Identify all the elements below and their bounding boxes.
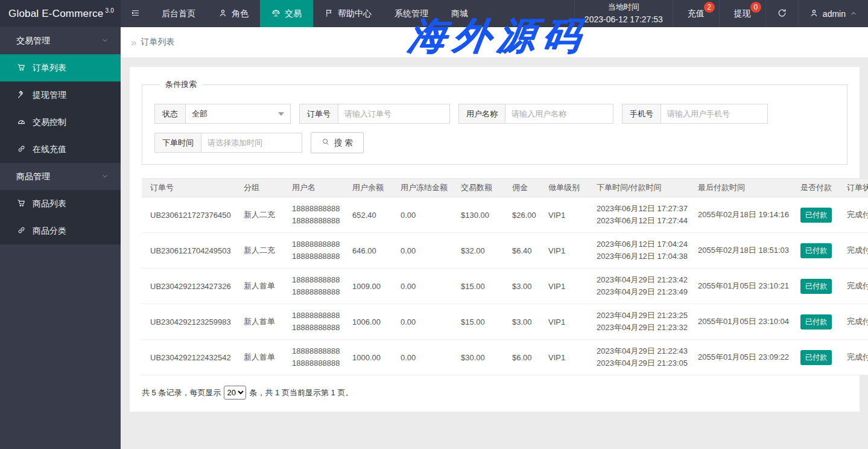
sidebar-item-online-recharge[interactable]: 在线充值 <box>0 136 121 163</box>
search-row-1: 状态 全部 订单号 用户名称 手机号 <box>154 104 835 124</box>
cell-status: 完成付款 <box>838 233 868 269</box>
nav-item-label: 后台首页 <box>162 8 195 19</box>
cell-last-pay-time: 2055年01月05日 23:10:04 <box>689 304 792 340</box>
username-field: 用户名称 <box>458 104 613 124</box>
col-frozen: 用户冻结金额 <box>392 179 452 197</box>
col-username: 用户名 <box>284 179 344 197</box>
orders-table: 订单号 分组 用户名 用户余额 用户冻结金额 交易数额 佣金 做单级别 下单时间… <box>142 178 868 375</box>
cell-balance: 1000.00 <box>344 340 392 375</box>
sidebar-group-trade-management[interactable]: 交易管理 <box>0 27 121 54</box>
cell-level: VIP1 <box>540 233 588 269</box>
cell-status: 完成付款 <box>838 269 868 304</box>
flag-icon <box>325 8 334 19</box>
table-row: UB2304292122432542 新人首单 18888888888 1888… <box>142 340 868 375</box>
sidebar-item-withdraw-management[interactable]: 提现管理 <box>0 81 121 109</box>
admin-menu[interactable]: admin <box>798 0 868 27</box>
content-panel: 条件搜索 状态 全部 订单号 用户名称 手 <box>130 67 860 412</box>
gauge-icon <box>17 117 26 128</box>
order-time-input[interactable] <box>201 133 302 153</box>
paid-badge: 已付款 <box>800 279 832 294</box>
sidebar-toggle-button[interactable] <box>121 0 150 27</box>
order-no-label: 订单号 <box>299 104 338 124</box>
cell-order-no: UB2306121704249503 <box>142 233 235 269</box>
nav-item-help[interactable]: 帮助中心 <box>313 0 383 27</box>
withdraw-button[interactable]: 提现 0 <box>719 0 765 27</box>
order-no-input[interactable] <box>338 104 450 124</box>
cell-paid: 已付款 <box>792 233 838 269</box>
col-order-no: 订单号 <box>142 179 235 197</box>
paid-badge: 已付款 <box>800 350 832 365</box>
phone-field: 手机号 <box>622 104 768 124</box>
cell-order-pay-time: 2023年04月29日 21:22:43 2023年04月29日 21:23:0… <box>588 340 689 375</box>
nav-item-label: 交易 <box>285 8 302 19</box>
sidebar-item-product-list[interactable]: 商品列表 <box>0 190 121 217</box>
scales-icon <box>271 8 280 19</box>
sidebar-item-order-list[interactable]: 订单列表 <box>0 54 121 81</box>
user-icon <box>218 8 227 19</box>
nav-item-system[interactable]: 系统管理 <box>383 0 440 27</box>
cell-status: 完成付款 <box>838 340 868 375</box>
sidebar-item-product-category[interactable]: 商品分类 <box>0 217 121 244</box>
cell-status: 完成付款 <box>838 304 868 340</box>
order-time: 2023年04月29日 21:23:25 <box>597 310 686 322</box>
cell-username: 18888888888 18888888888 <box>284 233 344 269</box>
order-time-field: 下单时间 <box>154 133 302 153</box>
status-field: 状态 全部 <box>154 104 291 124</box>
status-label: 状态 <box>154 104 185 124</box>
cell-balance: 646.00 <box>344 233 392 269</box>
cell-level: VIP1 <box>540 197 588 233</box>
user-line1: 18888888888 <box>292 203 340 215</box>
cell-commission: $3.00 <box>504 269 540 304</box>
recharge-badge: 2 <box>704 2 715 13</box>
top-bar-right: 当地时间 2023-06-12 17:27:53 充值 2 提现 0 admin <box>574 0 868 27</box>
cart-icon <box>17 199 26 209</box>
nav-item-mall[interactable]: 商城 <box>440 0 480 27</box>
refresh-button[interactable] <box>765 0 798 27</box>
user-line2: 18888888888 <box>292 250 340 263</box>
user-line1: 18888888888 <box>292 310 340 322</box>
cell-paid: 已付款 <box>792 304 838 340</box>
cell-order-pay-time: 2023年04月29日 21:23:25 2023年04月29日 21:23:3… <box>588 304 689 340</box>
nav-item-role[interactable]: 角色 <box>207 0 260 27</box>
table-row: UB2306121704249503 新人二充 18888888888 1888… <box>142 233 868 269</box>
pay-time: 2023年04月29日 21:23:05 <box>597 357 686 369</box>
phone-input[interactable] <box>661 104 768 124</box>
recharge-label: 充值 <box>688 8 705 19</box>
user-line1: 18888888888 <box>292 238 340 250</box>
username-label: 用户名称 <box>458 104 505 124</box>
gavel-icon <box>17 90 26 101</box>
link-icon <box>17 144 26 155</box>
user-line2: 18888888888 <box>292 357 340 369</box>
col-status: 订单状态 <box>838 179 868 197</box>
cell-order-no: UB2304292123427326 <box>142 269 235 304</box>
sidebar-group-product-management[interactable]: 商品管理 <box>0 163 121 190</box>
col-balance: 用户余额 <box>344 179 392 197</box>
user-line1: 18888888888 <box>292 274 340 286</box>
nav-item-trade[interactable]: 交易 <box>260 0 313 27</box>
cell-order-pay-time: 2023年06月12日 17:04:24 2023年06月12日 17:04:3… <box>588 233 689 269</box>
main-content: 条件搜索 状态 全部 订单号 用户名称 手 <box>121 57 868 449</box>
user-line2: 18888888888 <box>292 286 340 298</box>
search-button[interactable]: 搜 索 <box>311 132 364 153</box>
recharge-button[interactable]: 充值 2 <box>673 0 719 27</box>
caret-down-icon <box>278 112 284 116</box>
sidebar-item-label: 在线充值 <box>33 144 66 155</box>
page-size-select[interactable]: 20 <box>224 386 246 400</box>
col-group: 分组 <box>235 179 284 197</box>
pay-time: 2023年06月12日 17:27:44 <box>597 215 686 227</box>
cell-order-no: UB2304292123259983 <box>142 304 235 340</box>
cell-order-pay-time: 2023年04月29日 21:23:42 2023年04月29日 21:23:4… <box>588 269 689 304</box>
cell-amount: $15.00 <box>452 304 504 340</box>
nav-item-home[interactable]: 后台首页 <box>150 0 207 27</box>
phone-label: 手机号 <box>622 104 661 124</box>
status-select[interactable]: 全部 <box>185 104 291 124</box>
col-commission: 佣金 <box>504 179 540 197</box>
cell-order-no: UB2304292122432542 <box>142 340 235 375</box>
cell-last-pay-time: 2055年02月18日 18:51:03 <box>689 233 792 269</box>
sidebar-item-trade-control[interactable]: 交易控制 <box>0 109 121 136</box>
username-input[interactable] <box>505 104 613 124</box>
cell-last-pay-time: 2055年01月05日 23:09:22 <box>689 340 792 375</box>
nav-item-label: 角色 <box>232 8 249 19</box>
refresh-icon <box>777 8 787 20</box>
cart-icon <box>17 63 26 74</box>
